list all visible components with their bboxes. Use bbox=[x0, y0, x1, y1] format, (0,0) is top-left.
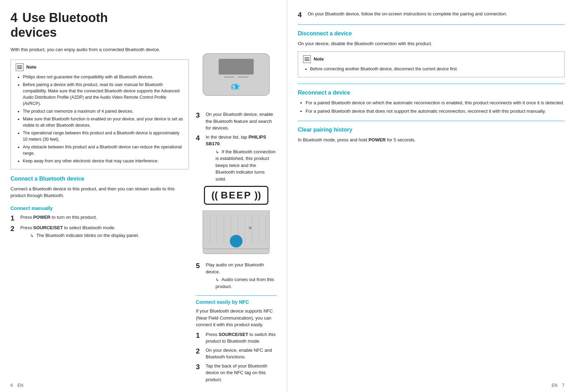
section-header: 4 Use Bluetoothdevices bbox=[11, 10, 276, 40]
step-5: 5 Play audio on your Bluetooth device. ↳… bbox=[196, 261, 276, 290]
reconnect-divider bbox=[298, 84, 564, 84]
left-page: 4 Use Bluetoothdevices With this product… bbox=[0, 0, 287, 392]
page: 4 Use Bluetoothdevices With this product… bbox=[0, 0, 575, 392]
beep-box: (( BEEP )) bbox=[204, 186, 268, 205]
nfc-step-3: 3 Tap the back of your Bluetooth device … bbox=[196, 363, 276, 383]
disconnect-note-icon-lines bbox=[303, 56, 310, 62]
nfc-step-1-bold: SOURCE/SET bbox=[219, 332, 248, 337]
page-lang-left: EN bbox=[18, 383, 23, 388]
note-box: Note Philips does not guarantee the comp… bbox=[11, 59, 189, 169]
note-item-2: Before pairing a device with this produc… bbox=[23, 82, 184, 107]
clear-bold: POWER bbox=[369, 137, 386, 142]
section-title: Use Bluetoothdevices bbox=[11, 10, 108, 40]
step-5-num: 5 bbox=[196, 261, 206, 290]
step-5-list: 5 Play audio on your Bluetooth device. ↳… bbox=[196, 261, 276, 290]
disconnect-note-item-1: Before connecting another Bluetooth devi… bbox=[310, 66, 559, 72]
clear-title: Clear pairing history bbox=[298, 127, 564, 133]
disconnect-note-list: Before connecting another Bluetooth devi… bbox=[303, 66, 559, 72]
step-4-bold: PHILIPS SB170 bbox=[206, 134, 266, 147]
note-header: Note bbox=[16, 63, 184, 71]
page-lang-right: EN bbox=[552, 383, 557, 388]
step-1: 1 Press POWER to turn on this product. bbox=[11, 214, 189, 222]
note-item-7: Keep away from any other electronic devi… bbox=[23, 158, 184, 164]
arrow-icon-3: ↳ bbox=[215, 277, 219, 282]
step-1-bold: POWER bbox=[33, 215, 50, 220]
svg-rect-7 bbox=[203, 249, 269, 254]
step-2: 2 Press SOURCE/SET to select Bluetooth m… bbox=[11, 224, 189, 239]
note-line-1 bbox=[17, 65, 22, 66]
disconnect-intro: On your device, disable the Bluetooth co… bbox=[298, 40, 564, 47]
right-step-4: 4 On your Bluetooth device, follow the o… bbox=[298, 10, 564, 19]
reconnect-item-2: For a paired Bluetooth device that does … bbox=[306, 108, 564, 115]
step-3-num: 3 bbox=[196, 111, 206, 132]
note-label: Note bbox=[26, 64, 36, 70]
step-4-content: In the device list, tap PHILIPS SB170. ↳… bbox=[206, 134, 276, 183]
step-4: 4 In the device list, tap PHILIPS SB170.… bbox=[196, 134, 276, 183]
speaker-top-svg: ★ ☊ bbox=[199, 52, 273, 104]
svg-text:☊: ☊ bbox=[231, 83, 238, 91]
nfc-intro: If your Bluetooth device supports NFC (N… bbox=[196, 308, 276, 328]
step-2-content: Press SOURCE/SET to select Bluetooth mod… bbox=[20, 224, 189, 239]
disconnect-title: Disconnect a device bbox=[298, 30, 564, 37]
step-1-num: 1 bbox=[11, 214, 20, 222]
disconnect-note-label: Note bbox=[314, 56, 324, 62]
beep-word: BEEP bbox=[221, 190, 252, 201]
arrow-icon-1: ↳ bbox=[30, 233, 34, 238]
step-2-num: 2 bbox=[11, 224, 20, 239]
right-page: 4 On your Bluetooth device, follow the o… bbox=[287, 0, 575, 392]
nfc-step-1-num: 1 bbox=[196, 331, 206, 345]
nfc-title: Connect easily by NFC bbox=[196, 299, 276, 305]
footer-right: EN 7 bbox=[552, 383, 564, 388]
svg-rect-1 bbox=[219, 59, 254, 75]
disconnect-note-line-2 bbox=[304, 59, 309, 59]
nfc-steps: 1 Press SOURCE/SET to switch this produc… bbox=[196, 331, 276, 383]
manual-steps: 1 Press POWER to turn on this product. 2… bbox=[11, 214, 189, 239]
step-3: 3 On your Bluetooth device, enable the B… bbox=[196, 111, 276, 132]
disconnect-note-line-3 bbox=[304, 60, 309, 61]
note-list: Philips does not guarantee the compatibi… bbox=[16, 74, 184, 164]
left-content-cols: With this product, you can enjoy audio f… bbox=[11, 46, 276, 386]
speaker-illustration-top: ★ ☊ bbox=[199, 52, 273, 105]
speaker-bottom-image bbox=[196, 210, 276, 256]
nfc-step-2-num: 2 bbox=[196, 347, 206, 360]
note-icon bbox=[16, 63, 23, 71]
nfc-step-1-content: Press SOURCE/SET to switch this product … bbox=[206, 331, 276, 345]
nfc-step-3-content: Tap the back of your Bluetooth device on… bbox=[206, 363, 276, 383]
note-item-1: Philips does not guarantee the compatibi… bbox=[23, 74, 184, 80]
disconnect-note-icon bbox=[303, 55, 311, 63]
wave-left-icon: (( bbox=[211, 190, 218, 201]
nfc-divider bbox=[196, 295, 276, 296]
section-number: 4 bbox=[11, 10, 18, 25]
intro-text: With this product, you can enjoy audio f… bbox=[11, 46, 189, 53]
nfc-step-1: 1 Press SOURCE/SET to switch this produc… bbox=[196, 331, 276, 345]
note-item-3: The product can memorize a maximum of 4 … bbox=[23, 108, 184, 114]
disconnect-note-line-1 bbox=[304, 57, 309, 58]
page-num-right: 7 bbox=[562, 383, 564, 388]
arrow-icon-2: ↳ bbox=[215, 149, 219, 154]
step-1-content: Press POWER to turn on this product. bbox=[20, 214, 189, 222]
nfc-step-2: 2 On your device, enable NFC and Bluetoo… bbox=[196, 347, 276, 360]
nfc-step-3-num: 3 bbox=[196, 363, 206, 383]
beep-visual: (( BEEP )) bbox=[196, 186, 276, 205]
step-2-bold: SOURCE/SET bbox=[33, 225, 63, 230]
connect-section-title: Connect a Bluetooth device bbox=[11, 176, 189, 182]
step-3-content: On your Bluetooth device, enable the Blu… bbox=[206, 111, 276, 132]
connect-intro: Connect a Bluetooth device to this produ… bbox=[11, 186, 189, 199]
note-item-4: Make sure that Bluetooth function is ena… bbox=[23, 116, 184, 128]
speaker-top-image: ★ ☊ bbox=[196, 52, 276, 105]
right-step-4-list: 4 On your Bluetooth device, follow the o… bbox=[298, 10, 564, 19]
step-4-num: 4 bbox=[196, 134, 206, 183]
step-4-sub: ↳ If the Bluetooth connection is establi… bbox=[206, 148, 276, 183]
footer-left: 6 EN bbox=[11, 383, 23, 388]
reconnect-list: For a paired Bluetooth device on which t… bbox=[298, 99, 564, 115]
col-left: With this product, you can enjoy audio f… bbox=[11, 46, 189, 386]
connect-manually-title: Connect manually bbox=[11, 205, 189, 211]
clear-divider bbox=[298, 121, 564, 121]
step-5-content: Play audio on your Bluetooth device. ↳ A… bbox=[206, 261, 276, 290]
reconnect-title: Reconnect a device bbox=[298, 90, 564, 96]
clear-text: In Bluetooth mode, press and hold POWER … bbox=[298, 136, 564, 144]
col-right: ★ ☊ 3 On your Bluetooth device, enable t… bbox=[196, 46, 276, 386]
svg-rect-3 bbox=[238, 76, 248, 78]
disconnect-note-box: Note Before connecting another Bluetooth… bbox=[298, 51, 564, 77]
svg-point-18 bbox=[249, 226, 252, 229]
